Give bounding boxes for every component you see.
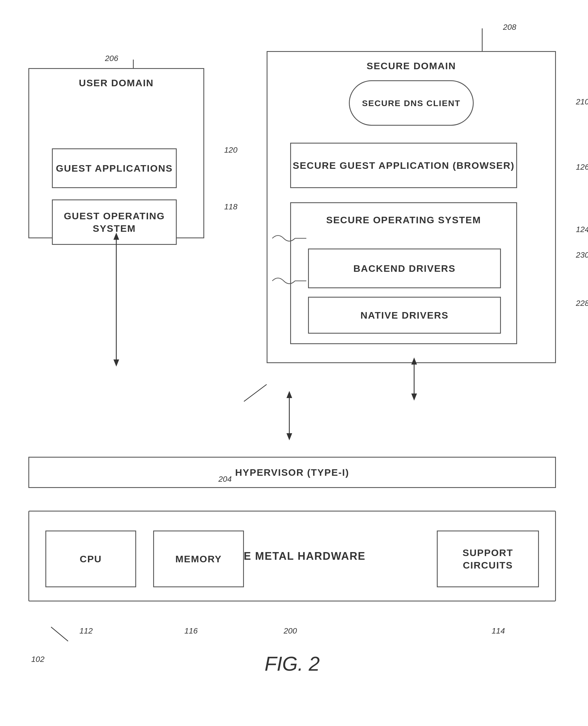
hypervisor-box: HYPERVISOR (TYPE-I) [28, 457, 556, 488]
ref-208: 208 [503, 23, 516, 32]
ref-210: 210 [576, 97, 588, 106]
svg-marker-4 [113, 359, 119, 367]
ref-204: 204 [218, 475, 232, 484]
memory-label: MEMORY [175, 553, 222, 565]
ref-120: 120 [224, 146, 237, 154]
secure-domain-title: SECURE DOMAIN [366, 60, 456, 71]
backend-drivers-box: BACKEND DRIVERS [308, 249, 501, 288]
ref-102: 102 [31, 655, 44, 664]
hypervisor-label: HYPERVISOR (TYPE-I) [235, 466, 349, 479]
ref-124: 124 [576, 225, 588, 234]
svg-marker-11 [287, 433, 292, 440]
backend-drivers-label: BACKEND DRIVERS [353, 262, 456, 275]
support-circuits-label: SUPPORT CIRCUITS [438, 546, 538, 572]
ref-230: 230 [576, 250, 588, 260]
guest-os-box: GUEST OPERATING SYSTEM [52, 200, 177, 245]
guest-apps-label: GUEST APPLICATIONS [56, 162, 173, 174]
guest-os-label: GUEST OPERATING SYSTEM [53, 210, 176, 235]
secure-dns-label: SECURE DNS CLIENT [362, 98, 460, 109]
secure-os-label: SECURE OPERATING SYSTEM [326, 214, 481, 226]
secure-domain-box: SECURE DOMAIN SECURE DNS CLIENT 210 SECU… [267, 51, 556, 363]
support-circuits-box: SUPPORT CIRCUITS [437, 531, 539, 587]
svg-line-12 [244, 385, 267, 401]
svg-line-13 [51, 627, 68, 641]
ref-206: 206 [105, 54, 118, 63]
secure-guest-app-label: SECURE GUEST APPLICATION (BROWSER) [293, 159, 514, 172]
ref-126: 126 [576, 163, 588, 172]
guest-apps-box: GUEST APPLICATIONS [52, 148, 177, 188]
cpu-box: CPU [45, 531, 136, 587]
cpu-label: CPU [80, 553, 102, 565]
secure-os-outer-box: SECURE OPERATING SYSTEM BACKEND DRIVERS … [290, 202, 517, 344]
figure-label: FIG. 2 [265, 652, 320, 675]
secure-dns-client-box: SECURE DNS CLIENT [349, 80, 474, 126]
user-domain-title: USER DOMAIN [79, 78, 154, 88]
ref-116: 116 [184, 626, 198, 636]
native-drivers-label: NATIVE DRIVERS [360, 309, 449, 321]
ref-118: 118 [224, 202, 237, 211]
memory-box: MEMORY [153, 531, 244, 587]
secure-guest-app-box: SECURE GUEST APPLICATION (BROWSER) [290, 143, 517, 188]
ref-114: 114 [491, 626, 505, 636]
native-drivers-box: NATIVE DRIVERS [308, 297, 501, 334]
svg-marker-8 [411, 394, 417, 400]
svg-marker-10 [287, 391, 292, 398]
ref-112: 112 [79, 626, 93, 636]
user-domain-box: USER DOMAIN GUEST APPLICATIONS 120 GUEST… [28, 68, 204, 238]
ref-200: 200 [284, 626, 297, 636]
ref-228: 228 [576, 299, 588, 308]
